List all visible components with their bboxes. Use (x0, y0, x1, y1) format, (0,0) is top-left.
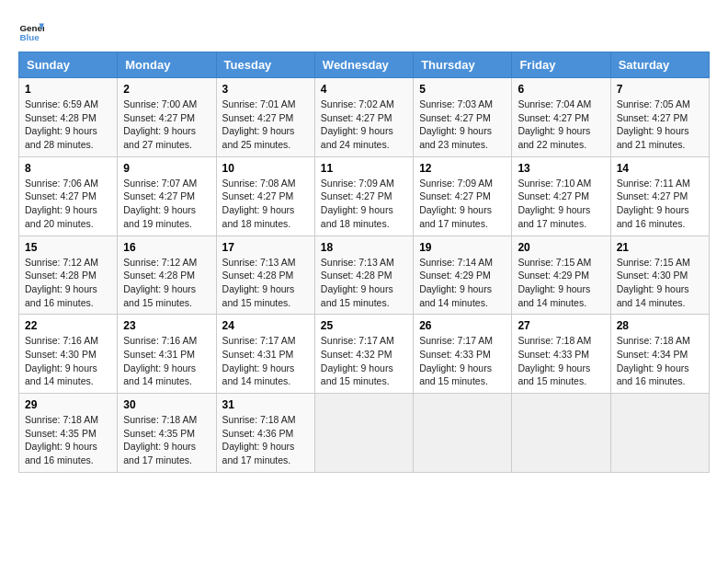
calendar-cell: 29Sunrise: 7:18 AMSunset: 4:35 PMDayligh… (19, 394, 118, 473)
day-info: Sunrise: 7:09 AMSunset: 4:27 PMDaylight:… (419, 177, 506, 231)
day-info: Sunrise: 7:18 AMSunset: 4:36 PMDaylight:… (222, 413, 309, 467)
day-info: Sunrise: 7:13 AMSunset: 4:28 PMDaylight:… (222, 256, 309, 310)
day-info: Sunrise: 7:02 AMSunset: 4:27 PMDaylight:… (321, 98, 407, 152)
day-info: Sunrise: 7:00 AMSunset: 4:27 PMDaylight:… (123, 98, 210, 152)
calendar-cell: 8Sunrise: 7:06 AMSunset: 4:27 PMDaylight… (19, 156, 118, 236)
calendar-cell: 20Sunrise: 7:15 AMSunset: 4:29 PMDayligh… (512, 236, 610, 315)
day-info: Sunrise: 7:07 AMSunset: 4:27 PMDaylight:… (123, 177, 210, 231)
calendar-cell: 17Sunrise: 7:13 AMSunset: 4:28 PMDayligh… (216, 236, 314, 315)
calendar-cell: 6Sunrise: 7:04 AMSunset: 4:27 PMDaylight… (512, 78, 610, 157)
day-number: 30 (123, 398, 210, 411)
calendar-cell: 27Sunrise: 7:18 AMSunset: 4:33 PMDayligh… (512, 315, 610, 394)
day-info: Sunrise: 7:01 AMSunset: 4:27 PMDaylight:… (222, 98, 309, 152)
day-info: Sunrise: 6:59 AMSunset: 4:28 PMDaylight:… (25, 98, 111, 152)
day-info: Sunrise: 7:16 AMSunset: 4:30 PMDaylight:… (25, 334, 111, 388)
calendar-cell (610, 394, 709, 473)
day-number: 4 (321, 83, 407, 96)
logo: General Blue (18, 18, 48, 44)
day-info: Sunrise: 7:18 AMSunset: 4:35 PMDaylight:… (25, 413, 111, 467)
calendar-cell: 7Sunrise: 7:05 AMSunset: 4:27 PMDaylight… (610, 78, 709, 157)
day-number: 31 (222, 398, 309, 411)
day-number: 11 (321, 162, 407, 175)
day-number: 8 (25, 162, 111, 175)
calendar-cell: 30Sunrise: 7:18 AMSunset: 4:35 PMDayligh… (118, 394, 216, 473)
day-number: 15 (25, 241, 111, 254)
day-number: 3 (222, 83, 309, 96)
day-info: Sunrise: 7:14 AMSunset: 4:29 PMDaylight:… (419, 256, 506, 310)
calendar-cell (314, 394, 413, 473)
calendar-cell: 23Sunrise: 7:16 AMSunset: 4:31 PMDayligh… (118, 315, 216, 394)
calendar-cell: 13Sunrise: 7:10 AMSunset: 4:27 PMDayligh… (512, 156, 610, 236)
day-number: 18 (321, 241, 407, 254)
col-header-thursday: Thursday (414, 52, 512, 78)
calendar-cell: 14Sunrise: 7:11 AMSunset: 4:27 PMDayligh… (610, 156, 709, 236)
day-number: 1 (25, 83, 111, 96)
day-number: 22 (25, 319, 111, 332)
day-info: Sunrise: 7:13 AMSunset: 4:28 PMDaylight:… (321, 256, 407, 310)
day-number: 14 (617, 162, 703, 175)
day-info: Sunrise: 7:17 AMSunset: 4:33 PMDaylight:… (419, 334, 506, 388)
day-info: Sunrise: 7:11 AMSunset: 4:27 PMDaylight:… (617, 177, 703, 231)
day-number: 24 (222, 319, 309, 332)
calendar-cell (512, 394, 610, 473)
col-header-saturday: Saturday (610, 52, 709, 78)
calendar-cell: 24Sunrise: 7:17 AMSunset: 4:31 PMDayligh… (216, 315, 314, 394)
day-number: 23 (123, 319, 210, 332)
day-number: 28 (617, 319, 703, 332)
col-header-friday: Friday (512, 52, 610, 78)
day-number: 26 (419, 319, 506, 332)
day-number: 20 (518, 241, 604, 254)
svg-text:Blue: Blue (19, 32, 40, 42)
col-header-tuesday: Tuesday (216, 52, 314, 78)
header: General Blue (18, 15, 710, 44)
day-info: Sunrise: 7:15 AMSunset: 4:29 PMDaylight:… (518, 256, 604, 310)
day-info: Sunrise: 7:12 AMSunset: 4:28 PMDaylight:… (25, 256, 111, 310)
day-number: 25 (321, 319, 407, 332)
day-info: Sunrise: 7:09 AMSunset: 4:27 PMDaylight:… (321, 177, 407, 231)
day-number: 6 (518, 83, 604, 96)
day-number: 17 (222, 241, 309, 254)
col-header-monday: Monday (118, 52, 216, 78)
calendar-cell: 18Sunrise: 7:13 AMSunset: 4:28 PMDayligh… (314, 236, 413, 315)
day-info: Sunrise: 7:08 AMSunset: 4:27 PMDaylight:… (222, 177, 309, 231)
day-info: Sunrise: 7:17 AMSunset: 4:32 PMDaylight:… (321, 334, 407, 388)
calendar-cell: 21Sunrise: 7:15 AMSunset: 4:30 PMDayligh… (610, 236, 709, 315)
day-info: Sunrise: 7:03 AMSunset: 4:27 PMDaylight:… (419, 98, 506, 152)
day-info: Sunrise: 7:12 AMSunset: 4:28 PMDaylight:… (123, 256, 210, 310)
calendar-cell: 28Sunrise: 7:18 AMSunset: 4:34 PMDayligh… (610, 315, 709, 394)
calendar-cell: 15Sunrise: 7:12 AMSunset: 4:28 PMDayligh… (19, 236, 118, 315)
day-number: 5 (419, 83, 506, 96)
day-number: 2 (123, 83, 210, 96)
calendar-cell: 5Sunrise: 7:03 AMSunset: 4:27 PMDaylight… (414, 78, 512, 157)
day-info: Sunrise: 7:16 AMSunset: 4:31 PMDaylight:… (123, 334, 210, 388)
day-number: 7 (617, 83, 703, 96)
calendar-cell: 4Sunrise: 7:02 AMSunset: 4:27 PMDaylight… (314, 78, 413, 157)
calendar-cell: 31Sunrise: 7:18 AMSunset: 4:36 PMDayligh… (216, 394, 314, 473)
calendar-cell: 16Sunrise: 7:12 AMSunset: 4:28 PMDayligh… (118, 236, 216, 315)
calendar-cell: 9Sunrise: 7:07 AMSunset: 4:27 PMDaylight… (118, 156, 216, 236)
calendar: SundayMondayTuesdayWednesdayThursdayFrid… (18, 52, 710, 473)
day-number: 21 (617, 241, 703, 254)
day-info: Sunrise: 7:06 AMSunset: 4:27 PMDaylight:… (25, 177, 111, 231)
day-number: 9 (123, 162, 210, 175)
day-info: Sunrise: 7:15 AMSunset: 4:30 PMDaylight:… (617, 256, 703, 310)
col-header-sunday: Sunday (19, 52, 118, 78)
day-info: Sunrise: 7:18 AMSunset: 4:35 PMDaylight:… (123, 413, 210, 467)
day-info: Sunrise: 7:04 AMSunset: 4:27 PMDaylight:… (518, 98, 604, 152)
calendar-cell: 3Sunrise: 7:01 AMSunset: 4:27 PMDaylight… (216, 78, 314, 157)
day-info: Sunrise: 7:10 AMSunset: 4:27 PMDaylight:… (518, 177, 604, 231)
calendar-cell: 22Sunrise: 7:16 AMSunset: 4:30 PMDayligh… (19, 315, 118, 394)
calendar-cell: 25Sunrise: 7:17 AMSunset: 4:32 PMDayligh… (314, 315, 413, 394)
calendar-cell: 11Sunrise: 7:09 AMSunset: 4:27 PMDayligh… (314, 156, 413, 236)
day-number: 16 (123, 241, 210, 254)
calendar-cell: 19Sunrise: 7:14 AMSunset: 4:29 PMDayligh… (414, 236, 512, 315)
col-header-wednesday: Wednesday (314, 52, 413, 78)
day-info: Sunrise: 7:18 AMSunset: 4:33 PMDaylight:… (518, 334, 604, 388)
day-info: Sunrise: 7:05 AMSunset: 4:27 PMDaylight:… (617, 98, 703, 152)
calendar-cell: 1Sunrise: 6:59 AMSunset: 4:28 PMDaylight… (19, 78, 118, 157)
calendar-cell: 26Sunrise: 7:17 AMSunset: 4:33 PMDayligh… (414, 315, 512, 394)
calendar-cell: 12Sunrise: 7:09 AMSunset: 4:27 PMDayligh… (414, 156, 512, 236)
calendar-cell: 10Sunrise: 7:08 AMSunset: 4:27 PMDayligh… (216, 156, 314, 236)
day-number: 12 (419, 162, 506, 175)
day-number: 29 (25, 398, 111, 411)
